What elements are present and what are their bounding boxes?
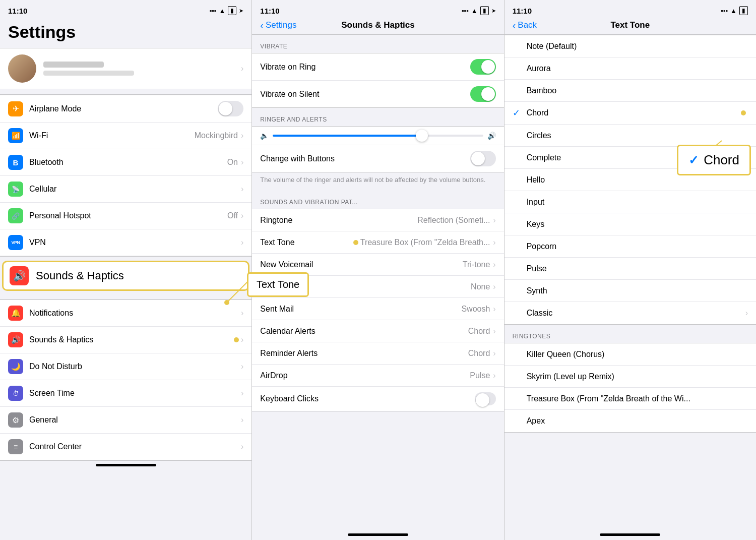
status-bar-2: 11:10 ▪▪▪ ▲ ▮ ➤ [252, 0, 503, 18]
settings-item-bluetooth[interactable]: B Bluetooth On › [0, 149, 251, 176]
tone-list: Note (Default) Aurora Bamboo ✓ Chord Cir [505, 35, 756, 325]
screentime-label: Screen Time [29, 389, 241, 398]
texttone-nav-title: Text Tone [610, 20, 650, 30]
vibrate-on-silent-item[interactable]: Vibrate on Silent [252, 81, 503, 107]
general-icon: ⚙ [8, 412, 23, 428]
vpn-chevron: › [241, 238, 243, 247]
status-bar-3: 11:10 ▪▪▪ ▲ ▮ [505, 0, 756, 18]
tone-popcorn[interactable]: Popcorn [505, 235, 756, 258]
keyboard-clicks-toggle[interactable] [475, 392, 496, 405]
settings-item-notifications[interactable]: 🔔 Notifications › [0, 299, 251, 327]
settings-title: Settings [0, 18, 251, 48]
settings-item-screentime[interactable]: ⏱ Screen Time › [0, 380, 251, 407]
status-time-1: 11:10 [8, 7, 27, 15]
calendar-alerts-item[interactable]: Calendar Alerts Chord › [252, 320, 503, 342]
tone-chord-check: ✓ [513, 107, 523, 118]
tone-synth[interactable]: Synth [505, 280, 756, 302]
notifications-icon: 🔔 [8, 306, 23, 321]
profile-row[interactable]: › [0, 48, 251, 89]
screentime-icon: ⏱ [8, 386, 23, 401]
status-icons-1: ▪▪▪ ▲ ▮ ➤ [210, 6, 244, 15]
tone-aurora[interactable]: Aurora [505, 57, 756, 80]
volume-high-icon: 🔊 [487, 132, 496, 140]
ringtone-kq-label: Killer Queen (Chorus) [527, 350, 748, 359]
home-indicator-2 [348, 533, 408, 536]
settings-item-cellular[interactable]: 📡 Cellular › [0, 176, 251, 203]
vibrate-silent-toggle[interactable] [470, 86, 496, 102]
chord-callout-text: Chord [704, 152, 739, 168]
cellular-icon: 📡 [8, 182, 23, 197]
ringtone-skyrim[interactable]: Skyrim (Level up Remix) [505, 366, 756, 388]
highlighted-sounds-item[interactable]: 🔊 Sounds & Haptics [2, 261, 249, 291]
sent-mail-item[interactable]: Sent Mail Swoosh › [252, 298, 503, 320]
tone-circles[interactable]: Circles [505, 125, 756, 147]
ringtone-item[interactable]: Ringtone Reflection (Someti... › [252, 209, 503, 231]
text-tone-callout-text: Text Tone [257, 279, 299, 290]
controlcenter-icon: ≡ [8, 439, 23, 454]
airdrop-item[interactable]: AirDrop Pulse › [252, 365, 503, 387]
bluetooth-chevron: › [241, 158, 243, 167]
change-with-buttons-label: Change with Buttons [260, 154, 470, 163]
texttone-back-button[interactable]: ‹ Back [513, 20, 537, 31]
airplane-toggle[interactable] [218, 101, 243, 116]
settings-item-general[interactable]: ⚙ General › [0, 407, 251, 434]
tone-input[interactable]: Input [505, 191, 756, 213]
new-voicemail-label: New Voicemail [260, 260, 462, 269]
tone-chord[interactable]: ✓ Chord [505, 102, 756, 125]
vibrate-ring-toggle[interactable] [470, 59, 496, 75]
ringtone-skyrim-label: Skyrim (Level up Remix) [527, 372, 748, 381]
new-mail-chevron: › [493, 282, 495, 291]
change-with-buttons-item[interactable]: Change with Buttons [252, 145, 503, 172]
vibrate-on-ring-item[interactable]: Vibrate on Ring [252, 53, 503, 81]
ringtone-killer-queen[interactable]: Killer Queen (Chorus) [505, 343, 756, 366]
text-tone-panel: 11:10 ▪▪▪ ▲ ▮ ‹ Back Text Tone Note (Def… [505, 0, 756, 540]
settings-item-sounds2[interactable]: 🔊 Sounds & Haptics › [0, 327, 251, 353]
wifi-icon-1: ▲ [219, 7, 225, 15]
settings-item-wifi[interactable]: 📶 Wi-Fi Mockingbird › [0, 123, 251, 149]
sent-mail-label: Sent Mail [260, 305, 461, 314]
settings-item-dnd[interactable]: 🌙 Do Not Disturb › [0, 353, 251, 380]
home-indicator-1 [96, 464, 156, 466]
ringer-slider-track[interactable] [273, 135, 483, 137]
settings-item-controlcenter[interactable]: ≡ Control Center › [0, 434, 251, 460]
settings-item-airplane[interactable]: ✈ Airplane Mode [0, 95, 251, 123]
new-mail-value: None [471, 282, 490, 291]
text-tone-dot [353, 240, 358, 245]
sounds-label-highlighted: Sounds & Haptics [36, 269, 124, 282]
hotspot-chevron: › [241, 211, 243, 220]
sounds-back-button[interactable]: ‹ Settings [260, 20, 296, 31]
text-tone-item[interactable]: Text Tone Treasure Box (From "Zelda Brea… [252, 231, 503, 254]
tone-pulse[interactable]: Pulse [505, 258, 756, 280]
keyboard-clicks-item[interactable]: Keyboard Clicks [252, 387, 503, 411]
change-with-buttons-toggle[interactable] [470, 151, 496, 166]
sounds-nav-title: Sounds & Haptics [341, 20, 414, 30]
tone-bamboo[interactable]: Bamboo [505, 80, 756, 102]
ringer-alerts-header: RINGER AND ALERTS [252, 108, 503, 126]
texttone-scroll: Note (Default) Aurora Bamboo ✓ Chord Cir [505, 35, 756, 530]
tone-input-label: Input [527, 198, 748, 207]
new-voicemail-chevron: › [493, 260, 495, 269]
tone-keys-label: Keys [527, 220, 748, 229]
ringtone-apex[interactable]: Apex [505, 410, 756, 432]
ringer-slider-thumb[interactable] [416, 130, 428, 142]
new-voicemail-value: Tri-tone [463, 260, 490, 269]
sounds-icon2: 🔊 [8, 332, 23, 347]
sounds-nav-bar: ‹ Settings Sounds & Haptics [252, 18, 503, 35]
network-settings-group: ✈ Airplane Mode 📶 Wi-Fi Mockingbird › B … [0, 94, 251, 257]
home-indicator-3 [600, 533, 660, 536]
signal-icon-3: ▪▪▪ [721, 7, 728, 15]
tone-aurora-label: Aurora [527, 64, 748, 73]
settings-item-hotspot[interactable]: 🔗 Personal Hotspot Off › [0, 203, 251, 229]
texttone-nav-bar: ‹ Back Text Tone [505, 18, 756, 35]
texttone-back-chevron: ‹ [513, 20, 516, 31]
reminder-alerts-item[interactable]: Reminder Alerts Chord › [252, 342, 503, 365]
tone-keys[interactable]: Keys [505, 213, 756, 235]
ringtone-treasure-box[interactable]: Treasure Box (From "Zelda Breath of the … [505, 388, 756, 410]
general-chevron: › [241, 415, 243, 425]
volume-low-icon: 🔈 [260, 132, 269, 140]
ringer-slider-row[interactable]: 🔈 🔊 [252, 127, 503, 145]
tone-classic[interactable]: Classic › [505, 302, 756, 324]
tone-note[interactable]: Note (Default) [505, 35, 756, 57]
tone-popcorn-label: Popcorn [527, 242, 748, 251]
settings-item-vpn[interactable]: VPN VPN › [0, 229, 251, 256]
